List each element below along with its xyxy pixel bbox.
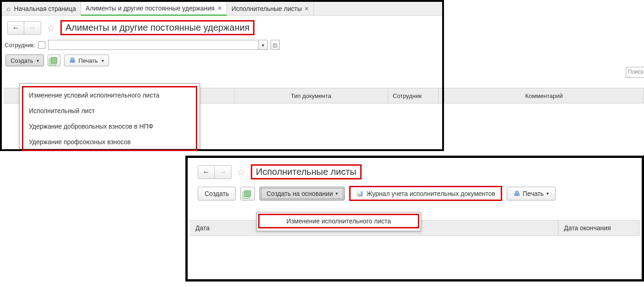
print-button-label: Печать <box>523 190 544 197</box>
alimony-panel: ⌂ Начальная страница Алименты и другие п… <box>0 0 444 151</box>
copy-button[interactable] <box>240 187 255 200</box>
arrow-left-icon: ← <box>203 168 210 176</box>
create-button[interactable]: Создать ▾ <box>5 54 44 66</box>
tab-alimony-label: Алименты и другие постоянные удержания <box>86 5 215 12</box>
page-title: Алименты и другие постоянные удержания <box>60 20 254 35</box>
tab-home[interactable]: ⌂ Начальная страница <box>2 2 81 15</box>
create-button-label: Создать <box>11 57 33 64</box>
grid-header-employee[interactable]: Сотрудник <box>388 88 438 103</box>
create-dropdown: Изменение условий исполнительного листа … <box>19 83 200 149</box>
forward-button[interactable]: → <box>215 166 231 179</box>
employee-select-open-button[interactable]: ◫ <box>271 40 280 50</box>
employee-select-dropdown-button[interactable]: ▾ <box>259 40 268 50</box>
tab-bar: ⌂ Начальная страница Алименты и другие п… <box>2 2 442 16</box>
menu-item-voluntary-npf[interactable]: Удержание добровольных взносов в НПФ <box>23 119 196 134</box>
employee-filter-checkbox[interactable] <box>38 41 45 49</box>
menu-item-change-writ-label: Изменение исполнительного листа <box>287 217 391 225</box>
print-icon: 🖶 <box>514 190 520 197</box>
arrow-right-icon: → <box>29 24 36 32</box>
copy-icon <box>51 57 57 64</box>
chart-icon: 📊 <box>356 190 363 197</box>
chevron-down-icon: ▾ <box>336 191 338 196</box>
print-button[interactable]: 🖶 Печать ▾ <box>507 187 556 200</box>
create-based-on-dropdown: Изменение исполнительного листа <box>256 212 421 231</box>
create-based-on-button[interactable]: Создать на основании ▾ <box>260 187 345 200</box>
create-based-on-label: Создать на основании <box>266 190 333 197</box>
menu-item-change-writ[interactable]: Изменение исполнительного листа <box>258 214 419 228</box>
create-button[interactable]: Создать <box>198 187 236 200</box>
employee-filter-row: Сотрудник: ▾ ◫ <box>2 38 442 54</box>
create-button-label: Создать <box>205 190 229 197</box>
tab-writs[interactable]: Исполнительные листы ✕ <box>227 2 314 15</box>
search-placeholder: Поиск ( <box>628 69 643 78</box>
page-title: Исполнительные листы <box>251 164 362 179</box>
journal-button-label: Журнал учета исполнительных документов <box>366 190 495 197</box>
forward-button[interactable]: → <box>24 22 41 34</box>
grid-header-comment-wrap: Комментарий <box>444 88 644 103</box>
close-icon[interactable]: ✕ <box>217 5 222 11</box>
print-button[interactable]: 🖶 Печать ▾ <box>64 54 109 66</box>
nav-buttons: ← → <box>198 165 232 179</box>
grid-header-comment-label: Комментарий <box>525 92 563 99</box>
home-icon: ⌂ <box>6 5 10 12</box>
back-button[interactable]: ← <box>198 166 215 179</box>
search-input[interactable]: Поиск ( <box>626 67 644 78</box>
employee-select-wrap: ▾ ◫ <box>48 40 280 50</box>
chevron-down-icon: ▾ <box>37 58 39 63</box>
tab-writs-label: Исполнительные листы <box>232 5 302 12</box>
favorite-star-icon[interactable]: ☆ <box>237 167 245 178</box>
grid-header-end-date[interactable]: Дата окончания <box>558 221 639 235</box>
copy-button[interactable] <box>48 54 60 66</box>
nav-row: ← → ☆ Алименты и другие постоянные удерж… <box>2 16 442 38</box>
nav-row: ← → ☆ Исполнительные листы <box>188 158 642 182</box>
tab-alimony[interactable]: Алименты и другие постоянные удержания ✕ <box>81 2 227 16</box>
menu-item-change-writ-conditions[interactable]: Изменение условий исполнительного листа <box>23 87 196 103</box>
employee-select-input[interactable] <box>48 40 259 50</box>
grid-header-type[interactable]: Тип документа <box>234 88 388 103</box>
employee-filter-label: Сотрудник: <box>5 42 35 49</box>
grid-header-employee-label: Сотрудник <box>393 92 422 99</box>
arrow-left-icon: ← <box>12 24 20 32</box>
menu-item-union-dues[interactable]: Удержание профсоюзных взносов <box>23 134 196 150</box>
chevron-down-icon: ▾ <box>102 58 104 63</box>
journal-button[interactable]: 📊 Журнал учета исполнительных документов <box>349 186 502 201</box>
toolbar: Создать ▾ 🖶 Печать ▾ <box>2 54 442 69</box>
favorite-star-icon[interactable]: ☆ <box>47 22 55 33</box>
grid-header-comment[interactable]: Комментарий <box>444 88 644 103</box>
nav-buttons: ← → <box>7 21 41 35</box>
grid-header-end-date-label: Дата окончания <box>564 224 611 232</box>
grid-header-date-label: Дата <box>195 224 210 232</box>
back-button[interactable]: ← <box>8 22 24 34</box>
copy-icon <box>244 190 251 197</box>
create-dropdown-highlight: Изменение условий исполнительного листа … <box>22 86 197 151</box>
menu-item-writ[interactable]: Исполнительный лист <box>23 103 196 119</box>
toolbar: Создать Создать на основании ▾ 📊 Журнал … <box>188 182 642 204</box>
chevron-down-icon: ▾ <box>547 191 549 196</box>
writs-panel: ← → ☆ Исполнительные листы Создать Созда… <box>185 156 644 282</box>
arrow-right-icon: → <box>219 168 227 176</box>
print-icon: 🖶 <box>69 57 76 64</box>
close-icon[interactable]: ✕ <box>304 5 309 12</box>
tab-home-label: Начальная страница <box>14 5 76 12</box>
grid-header-type-label: Тип документа <box>291 92 331 99</box>
print-button-label: Печать <box>78 57 98 64</box>
